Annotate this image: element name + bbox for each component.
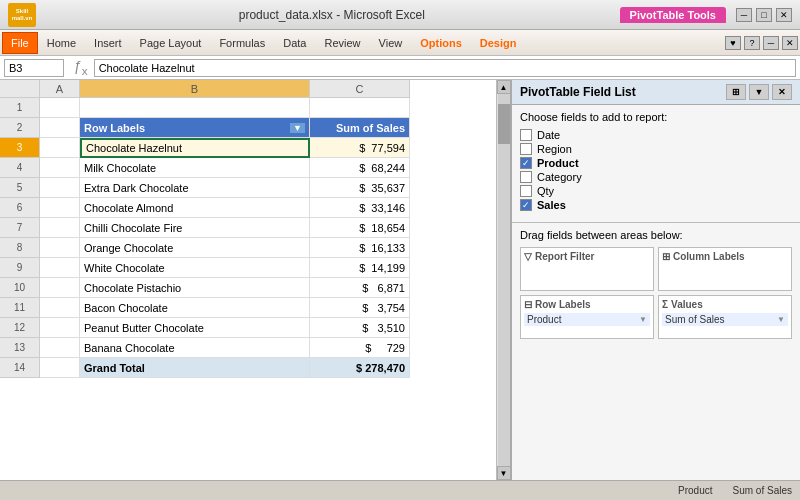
cell-a6[interactable] (40, 198, 80, 218)
cell-c13[interactable]: $ 729 (310, 338, 410, 358)
cell-c5[interactable]: $ 35,637 (310, 178, 410, 198)
row-icon: ⊟ (524, 299, 532, 310)
cell-b14-grand-total[interactable]: Grand Total (80, 358, 310, 378)
vertical-scrollbar[interactable]: ▲ ▼ (496, 80, 510, 480)
close-button[interactable]: ✕ (776, 8, 792, 22)
cell-a14[interactable] (40, 358, 80, 378)
cell-a7[interactable] (40, 218, 80, 238)
spreadsheet-rows: 1 2 Row Labels ▼ Sum of Sales 3 Chocolat… (0, 98, 496, 378)
minimize-button[interactable]: ─ (736, 8, 752, 22)
report-filter-header: ▽ Report Filter (524, 251, 650, 262)
tab-review[interactable]: Review (315, 32, 369, 54)
cell-b12[interactable]: Peanut Butter Chocolate (80, 318, 310, 338)
cell-a11[interactable] (40, 298, 80, 318)
formula-icon: ƒx (68, 58, 94, 77)
col-header-b[interactable]: B (80, 80, 310, 98)
cell-a5[interactable] (40, 178, 80, 198)
pivot-close-button[interactable]: ✕ (772, 84, 792, 100)
cell-b9[interactable]: White Chocolate (80, 258, 310, 278)
help-icon[interactable]: ♥ (725, 36, 741, 50)
field-checkbox-sales[interactable]: ✓ (520, 199, 532, 211)
cell-c3[interactable]: $ 77,594 (310, 138, 410, 158)
pivot-layout-button[interactable]: ⊞ (726, 84, 746, 100)
cell-a1[interactable] (40, 98, 80, 118)
filter-dropdown-icon[interactable]: ▼ (290, 123, 305, 133)
tab-file[interactable]: File (2, 32, 38, 54)
cell-c9[interactable]: $ 14,199 (310, 258, 410, 278)
field-item-qty: Qty (520, 184, 792, 198)
field-checkbox-category[interactable] (520, 171, 532, 183)
field-checkbox-qty[interactable] (520, 185, 532, 197)
tab-page-layout[interactable]: Page Layout (131, 32, 211, 54)
cell-c12[interactable]: $ 3,510 (310, 318, 410, 338)
values-area[interactable]: Σ Values Sum of Sales ▼ (658, 295, 792, 339)
table-row: 4 Milk Chocolate $ 68,244 (0, 158, 496, 178)
cell-a13[interactable] (40, 338, 80, 358)
tab-data[interactable]: Data (274, 32, 315, 54)
tab-home[interactable]: Home (38, 32, 85, 54)
pivot-tools-tab[interactable]: PivotTable Tools (620, 7, 726, 23)
cell-b11[interactable]: Bacon Chocolate (80, 298, 310, 318)
cell-b3-selected[interactable]: Chocolate Hazelnut (80, 138, 310, 158)
row-labels-value[interactable]: Product ▼ (524, 313, 650, 326)
field-checkbox-date[interactable] (520, 129, 532, 141)
tab-insert[interactable]: Insert (85, 32, 131, 54)
scroll-track[interactable] (498, 94, 510, 466)
tab-formulas[interactable]: Formulas (210, 32, 274, 54)
restore-button[interactable]: □ (756, 8, 772, 22)
ribbon-minimize-icon[interactable]: ─ (763, 36, 779, 50)
cell-c8[interactable]: $ 16,133 (310, 238, 410, 258)
row-number: 12 (0, 318, 40, 338)
cell-a4[interactable] (40, 158, 80, 178)
cell-a8[interactable] (40, 238, 80, 258)
scroll-down-button[interactable]: ▼ (497, 466, 511, 480)
cell-c4[interactable]: $ 68,244 (310, 158, 410, 178)
tab-options[interactable]: Options (411, 32, 471, 54)
cell-b2-header[interactable]: Row Labels ▼ (80, 118, 310, 138)
field-label-qty: Qty (537, 185, 554, 197)
cell-b1[interactable] (80, 98, 310, 118)
field-label-sales: Sales (537, 199, 566, 211)
cell-b8[interactable]: Orange Chocolate (80, 238, 310, 258)
row-labels-dropdown-icon[interactable]: ▼ (639, 315, 647, 324)
cell-b10[interactable]: Chocolate Pistachio (80, 278, 310, 298)
values-value[interactable]: Sum of Sales ▼ (662, 313, 788, 326)
field-checkbox-product[interactable]: ✓ (520, 157, 532, 169)
cell-c7[interactable]: $ 18,654 (310, 218, 410, 238)
ribbon-close-icon[interactable]: ✕ (782, 36, 798, 50)
tab-view[interactable]: View (370, 32, 412, 54)
field-checkbox-region[interactable] (520, 143, 532, 155)
cell-a9[interactable] (40, 258, 80, 278)
report-filter-area[interactable]: ▽ Report Filter (520, 247, 654, 291)
cell-b6[interactable]: Chocolate Almond (80, 198, 310, 218)
cell-c14-grand-total[interactable]: $ 278,470 (310, 358, 410, 378)
info-icon[interactable]: ? (744, 36, 760, 50)
scroll-up-button[interactable]: ▲ (497, 80, 511, 94)
pivot-panel-header: PivotTable Field List ⊞ ▼ ✕ (512, 80, 800, 105)
col-header-c[interactable]: C (310, 80, 410, 98)
values-dropdown-icon[interactable]: ▼ (777, 315, 785, 324)
formula-input[interactable]: Chocolate Hazelnut (94, 59, 796, 77)
cell-c11[interactable]: $ 3,754 (310, 298, 410, 318)
cell-a10[interactable] (40, 278, 80, 298)
cell-b7[interactable]: Chilli Chocolate Fire (80, 218, 310, 238)
scroll-thumb[interactable] (498, 104, 510, 144)
cell-a2[interactable] (40, 118, 80, 138)
cell-c10[interactable]: $ 6,871 (310, 278, 410, 298)
cell-c1[interactable] (310, 98, 410, 118)
cell-c6[interactable]: $ 33,146 (310, 198, 410, 218)
cell-c2-header[interactable]: Sum of Sales (310, 118, 410, 138)
table-row: 8 Orange Chocolate $ 16,133 (0, 238, 496, 258)
column-labels-header: ⊞ Column Labels (662, 251, 788, 262)
cell-a12[interactable] (40, 318, 80, 338)
cell-a3[interactable] (40, 138, 80, 158)
row-labels-area[interactable]: ⊟ Row Labels Product ▼ (520, 295, 654, 339)
column-labels-area[interactable]: ⊞ Column Labels (658, 247, 792, 291)
tab-design[interactable]: Design (471, 32, 526, 54)
pivot-dropdown-button[interactable]: ▼ (749, 84, 769, 100)
cell-reference-input[interactable]: B3 (4, 59, 64, 77)
cell-b4[interactable]: Milk Chocolate (80, 158, 310, 178)
col-header-a[interactable]: A (40, 80, 80, 98)
cell-b13[interactable]: Banana Chocolate (80, 338, 310, 358)
cell-b5[interactable]: Extra Dark Chocolate (80, 178, 310, 198)
